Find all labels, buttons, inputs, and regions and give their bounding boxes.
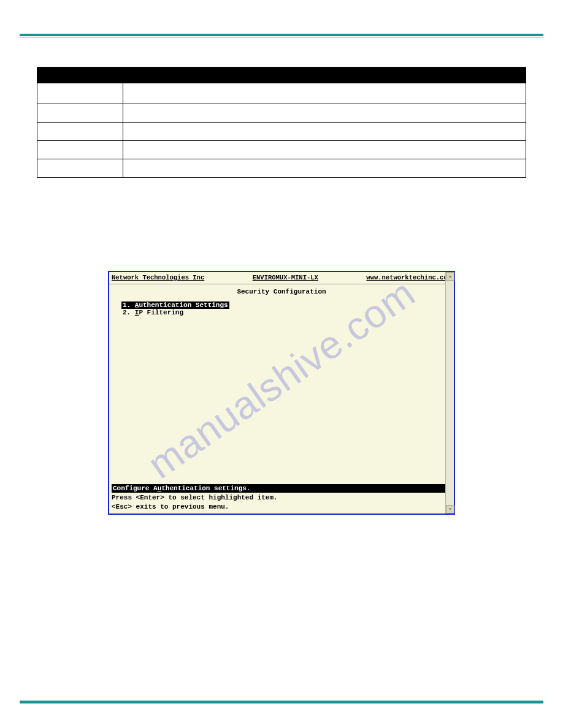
table-cell [37, 159, 123, 178]
terminal-heading: Security Configuration [109, 284, 454, 301]
terminal-url: www.networktechinc.com [366, 274, 451, 281]
table-cell [123, 104, 526, 123]
scroll-up-icon[interactable]: ▴ [446, 272, 454, 281]
table-cell [123, 141, 526, 159]
table-row [37, 104, 526, 123]
terminal-menu-item-ipfilter[interactable]: 2. IP Filtering [121, 309, 185, 316]
terminal-brand: Network Technologies Inc [112, 274, 204, 281]
terminal-hint-enter: Press <Enter> to select highlighted item… [112, 493, 451, 502]
terminal-titlebar: Network Technologies Inc ENVIROMUX-MINI-… [109, 272, 454, 284]
settings-table [37, 67, 526, 178]
terminal-menu-item-auth[interactable]: 1. Authentication Settings [121, 301, 229, 309]
table-cell [123, 83, 526, 104]
table-cell [37, 83, 123, 104]
table-cell [37, 123, 123, 141]
terminal-footer: Configure Authentication settings. Press… [109, 484, 454, 514]
scroll-down-icon[interactable]: ▾ [446, 505, 454, 514]
terminal-hint-esc: <Esc> exits to previous menu. [112, 502, 451, 511]
table-cell [123, 159, 526, 178]
table-header-cell [37, 67, 123, 83]
table-cell [37, 104, 123, 123]
table-row [37, 123, 526, 141]
table-row [37, 141, 526, 159]
bottom-rule [20, 700, 543, 703]
table-row [37, 83, 526, 104]
page-content: Network Technologies Inc ENVIROMUX-MINI-… [0, 37, 563, 515]
table-cell [37, 141, 123, 159]
terminal-scrollbar[interactable]: ▴ ▾ [445, 272, 454, 514]
table-row [37, 159, 526, 178]
terminal-menu: 1. Authentication Settings 2. IP Filteri… [109, 301, 454, 316]
terminal-status-line: Configure Authentication settings. [112, 484, 451, 493]
terminal-screenshot: Network Technologies Inc ENVIROMUX-MINI-… [108, 271, 455, 515]
table-cell [123, 123, 526, 141]
table-header-row [37, 67, 526, 83]
terminal-product: ENVIROMUX-MINI-LX [253, 274, 318, 281]
table-header-cell [123, 67, 526, 83]
